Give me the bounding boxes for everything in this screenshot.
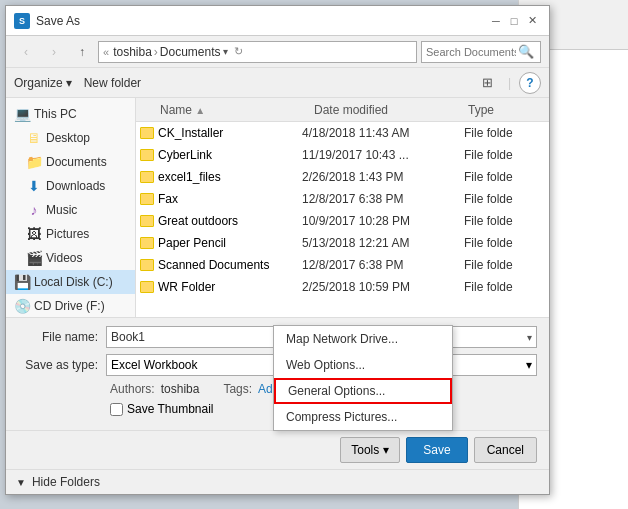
sidebar-label-downloads: Downloads <box>46 179 105 193</box>
sidebar-label-pictures: Pictures <box>46 227 89 241</box>
organize-dropdown-icon: ▾ <box>66 76 72 90</box>
table-row[interactable]: Great outdoors 10/9/2017 10:28 PM File f… <box>136 210 549 232</box>
file-date: 12/8/2017 6:38 PM <box>302 192 464 206</box>
folder-icon <box>140 215 154 227</box>
file-name: Great outdoors <box>158 214 238 228</box>
sidebar-item-pictures[interactable]: 🖼 Pictures <box>6 222 135 246</box>
cancel-button[interactable]: Cancel <box>474 437 537 463</box>
sidebar-label-documents: Documents <box>46 155 107 169</box>
file-list: CK_Installer 4/18/2018 11:43 AM File fol… <box>136 122 549 317</box>
sidebar-item-this-pc[interactable]: 💻 This PC <box>6 102 135 126</box>
menu-item-map-network-drive---[interactable]: Map Network Drive... <box>274 326 452 352</box>
pictures-icon: 🖼 <box>26 226 42 242</box>
column-name[interactable]: Name ▲ <box>140 103 314 117</box>
file-list-container: Name ▲ Date modified Type CK_Installer 4… <box>136 98 549 317</box>
column-date[interactable]: Date modified <box>314 103 468 117</box>
thumbnail-checkbox[interactable] <box>110 403 123 416</box>
authors-label: Authors: <box>110 382 155 396</box>
search-input[interactable] <box>426 46 516 58</box>
filetype-dropdown-arrow[interactable]: ▾ <box>526 358 532 372</box>
table-row[interactable]: Scanned Documents 12/8/2017 6:38 PM File… <box>136 254 549 276</box>
local-disk-icon: 💾 <box>14 274 30 290</box>
breadcrumb-toshiba[interactable]: toshiba <box>113 45 152 59</box>
tools-dropdown-menu: Map Network Drive...Web Options...Genera… <box>273 325 453 431</box>
tools-button[interactable]: Tools ▾ <box>340 437 400 463</box>
breadcrumb-documents[interactable]: Documents <box>160 45 221 59</box>
filename-label: File name: <box>18 330 98 344</box>
cd-drive-icon: 💿 <box>14 298 30 314</box>
file-type: File folde <box>464 148 545 162</box>
organize-button[interactable]: Organize ▾ <box>14 72 72 94</box>
search-icon: 🔍 <box>518 44 534 59</box>
breadcrumb-path: toshiba › Documents ▾ <box>113 45 227 59</box>
help-button[interactable]: ? <box>519 72 541 94</box>
column-type[interactable]: Type <box>468 103 545 117</box>
menu-item-compress-pictures---[interactable]: Compress Pictures... <box>274 404 452 430</box>
file-date: 10/9/2017 10:28 PM <box>302 214 464 228</box>
search-box[interactable]: 🔍 <box>421 41 541 63</box>
file-date: 11/19/2017 10:43 ... <box>302 148 464 162</box>
sidebar-label-music: Music <box>46 203 77 217</box>
file-type: File folde <box>464 258 545 272</box>
sidebar-label-local-disk: Local Disk (C:) <box>34 275 113 289</box>
videos-icon: 🎬 <box>26 250 42 266</box>
sidebar-label-videos: Videos <box>46 251 82 265</box>
file-name: Paper Pencil <box>158 236 226 250</box>
sidebar-item-documents[interactable]: 📁 Documents <box>6 150 135 174</box>
close-button[interactable]: ✕ <box>523 12 541 30</box>
hide-folders-label: Hide Folders <box>32 475 100 489</box>
folder-icon <box>140 237 154 249</box>
save-button[interactable]: Save <box>406 437 467 463</box>
downloads-icon: ⬇ <box>26 178 42 194</box>
back-button[interactable]: ‹ <box>14 41 38 63</box>
tools-dropdown-arrow: ▾ <box>383 443 389 457</box>
folder-icon <box>140 193 154 205</box>
file-date: 12/8/2017 6:38 PM <box>302 258 464 272</box>
folder-icon <box>140 259 154 271</box>
music-icon: ♪ <box>26 202 42 218</box>
table-row[interactable]: CK_Installer 4/18/2018 11:43 AM File fol… <box>136 122 549 144</box>
file-type: File folde <box>464 280 545 294</box>
file-name: WR Folder <box>158 280 215 294</box>
filename-dropdown-arrow[interactable]: ▾ <box>527 332 532 343</box>
table-row[interactable]: WR Folder 2/25/2018 10:59 PM File folde <box>136 276 549 298</box>
refresh-button[interactable]: ↻ <box>232 45 245 58</box>
address-bar[interactable]: « toshiba › Documents ▾ ↻ <box>98 41 417 63</box>
forward-button[interactable]: › <box>42 41 66 63</box>
sidebar-item-downloads[interactable]: ⬇ Downloads <box>6 174 135 198</box>
hide-folders-bar[interactable]: ▼ Hide Folders <box>6 469 549 494</box>
file-name: CK_Installer <box>158 126 223 140</box>
table-row[interactable]: CyberLink 11/19/2017 10:43 ... File fold… <box>136 144 549 166</box>
file-date: 4/18/2018 11:43 AM <box>302 126 464 140</box>
table-row[interactable]: Paper Pencil 5/13/2018 12:21 AM File fol… <box>136 232 549 254</box>
sidebar-item-videos[interactable]: 🎬 Videos <box>6 246 135 270</box>
folder-icon <box>140 127 154 139</box>
sidebar-item-cd-drive[interactable]: 💿 CD Drive (F:) <box>6 294 135 317</box>
pc-icon: 💻 <box>14 106 30 122</box>
minimize-button[interactable]: ─ <box>487 12 505 30</box>
menu-item-general-options---[interactable]: General Options... <box>274 378 452 404</box>
maximize-button[interactable]: □ <box>505 12 523 30</box>
menu-item-web-options---[interactable]: Web Options... <box>274 352 452 378</box>
file-name: Scanned Documents <box>158 258 269 272</box>
sidebar-item-desktop[interactable]: 🖥 Desktop <box>6 126 135 150</box>
file-type: File folde <box>464 236 545 250</box>
view-button[interactable]: ⊞ <box>476 72 500 94</box>
folder-icon <box>140 281 154 293</box>
filetype-value: Excel Workbook <box>111 358 197 372</box>
address-root: « <box>103 46 109 58</box>
file-date: 2/26/2018 1:43 PM <box>302 170 464 184</box>
file-name: CyberLink <box>158 148 212 162</box>
new-folder-button[interactable]: New folder <box>80 72 145 94</box>
up-button[interactable]: ↑ <box>70 41 94 63</box>
folder-icon <box>140 171 154 183</box>
file-type: File folde <box>464 214 545 228</box>
table-row[interactable]: excel1_files 2/26/2018 1:43 PM File fold… <box>136 166 549 188</box>
sidebar-item-local-disk[interactable]: 💾 Local Disk (C:) <box>6 270 135 294</box>
address-dropdown-arrow[interactable]: ▾ <box>223 46 228 57</box>
sidebar-item-music[interactable]: ♪ Music <box>6 198 135 222</box>
file-date: 2/25/2018 10:59 PM <box>302 280 464 294</box>
documents-icon: 📁 <box>26 154 42 170</box>
table-row[interactable]: Fax 12/8/2017 6:38 PM File folde <box>136 188 549 210</box>
dialog-title: Save As <box>36 14 487 28</box>
